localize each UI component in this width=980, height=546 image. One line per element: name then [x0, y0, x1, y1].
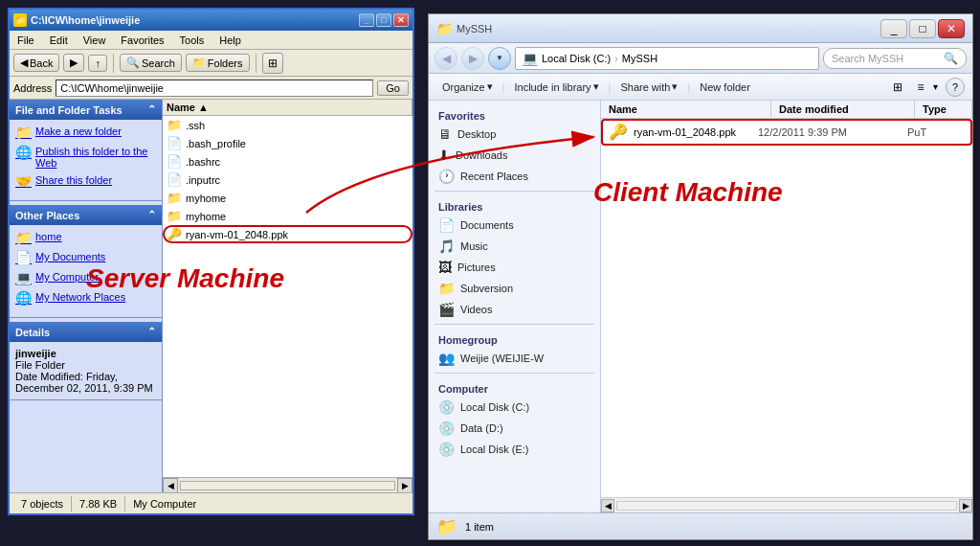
- data-d-icon: 💿: [438, 421, 455, 436]
- address-breadcrumb[interactable]: 💻 Local Disk (C:) › MySSH: [515, 47, 819, 70]
- list-item[interactable]: 📄 .bash_profile: [163, 134, 412, 152]
- folders-button[interactable]: 📁 Folders: [186, 54, 250, 72]
- sidebar-divider2: [434, 324, 594, 325]
- sidebar-item-recent[interactable]: 🕐 Recent Places: [429, 166, 600, 187]
- nav-back-button[interactable]: ◀: [434, 47, 457, 70]
- type-col-header[interactable]: Type: [915, 101, 972, 118]
- address-input[interactable]: [56, 80, 373, 97]
- subversion-icon: 📁: [438, 281, 455, 296]
- folder-icon: 📁: [167, 118, 182, 132]
- horizontal-scrollbar[interactable]: ◀ ▶: [163, 477, 412, 492]
- ppk-file-item-right[interactable]: 🔑 ryan-vm-01_2048.ppk 12/2/2011 9:39 PM …: [601, 119, 972, 146]
- list-item[interactable]: 📄 .inputrc: [163, 171, 412, 189]
- share-link[interactable]: 🤝 Share this folder: [15, 174, 156, 189]
- my-documents-link[interactable]: 📄 My Documents: [15, 251, 156, 265]
- home-link[interactable]: 📁 home: [15, 231, 156, 245]
- downloads-icon: ⬇: [438, 148, 450, 163]
- sidebar-item-desktop[interactable]: 🖥 Desktop: [429, 124, 600, 145]
- view-list-button[interactable]: ≡: [910, 78, 931, 97]
- publish-link[interactable]: 🌐 Publish this folder to the Web: [15, 146, 156, 169]
- search-icon[interactable]: 🔍: [944, 52, 958, 65]
- file-folder-tasks-section: File and Folder Tasks ⌃ 📁 Make a new fol…: [10, 100, 162, 201]
- list-item[interactable]: 📁 myhome: [163, 207, 412, 225]
- sidebar-item-music[interactable]: 🎵 Music: [429, 236, 600, 257]
- forward-button[interactable]: ▶: [63, 54, 84, 72]
- menu-view[interactable]: View: [79, 34, 110, 47]
- breadcrumb-part1[interactable]: Local Disk (C:): [542, 53, 611, 64]
- win7-close[interactable]: ✕: [938, 19, 965, 38]
- ppk-file-item[interactable]: 🔑 ryan-vm-01_2048.ppk: [163, 225, 412, 243]
- home-icon: 📁: [15, 230, 32, 245]
- include-library-button[interactable]: Include in library ▾: [509, 79, 605, 95]
- back-button[interactable]: ◀ Back: [13, 54, 59, 72]
- sidebar-item-documents[interactable]: 📄 Documents: [429, 215, 600, 236]
- nav-recent-button[interactable]: ▼: [488, 47, 511, 70]
- win7-maximize[interactable]: □: [909, 19, 936, 38]
- other-places-section: Other Places ⌃ 📁 home 📄 My Documents 💻 M…: [10, 205, 162, 318]
- menu-help[interactable]: Help: [215, 34, 245, 47]
- file-list-scroll[interactable]: 📁 .ssh 📄 .bash_profile 📄 .bashrc 📄 .inpu…: [163, 116, 412, 477]
- list-item[interactable]: 📄 .bashrc: [163, 152, 412, 171]
- sidebar-item-local-c[interactable]: 💿 Local Disk (C:): [429, 397, 600, 418]
- maximize-button[interactable]: □: [376, 13, 391, 27]
- date-col-header[interactable]: Date modified: [771, 101, 915, 118]
- close-button[interactable]: ✕: [393, 13, 409, 27]
- nav-forward-button[interactable]: ▶: [461, 47, 484, 70]
- scroll-track[interactable]: [180, 481, 395, 490]
- win7-hscroll[interactable]: ◀ ▶: [601, 497, 972, 512]
- homegroup-label: Homegroup: [429, 329, 600, 348]
- list-item[interactable]: 📁 myhome: [163, 189, 412, 207]
- breadcrumb-folder-icon: 💻: [522, 51, 538, 66]
- name-col-header[interactable]: Name: [601, 101, 771, 118]
- hscroll-left[interactable]: ◀: [601, 499, 614, 512]
- menu-tools[interactable]: Tools: [176, 34, 209, 47]
- scroll-left[interactable]: ◀: [163, 478, 178, 493]
- folder-icon: 📁: [167, 209, 182, 223]
- breadcrumb-part2[interactable]: MySSH: [622, 53, 657, 64]
- go-button[interactable]: Go: [377, 80, 409, 96]
- share-with-button[interactable]: Share with ▾: [614, 79, 683, 95]
- hscroll-track[interactable]: [616, 501, 957, 511]
- list-item[interactable]: 📁 .ssh: [163, 116, 412, 134]
- view-icon-button[interactable]: ⊞: [887, 78, 908, 97]
- minimize-button[interactable]: _: [359, 13, 374, 27]
- menu-favorites[interactable]: Favorites: [117, 34, 167, 47]
- my-network-link[interactable]: 🌐 My Network Places: [15, 291, 156, 306]
- make-folder-link[interactable]: 📁 Make a new folder: [15, 125, 156, 140]
- view-arrow-icon[interactable]: ▾: [933, 81, 938, 92]
- sidebar-item-local-e[interactable]: 💿 Local Disk (E:): [429, 439, 600, 460]
- sidebar-item-data-d[interactable]: 💿 Data (D:): [429, 418, 600, 439]
- ppk-file-date: 12/2/2011 9:39 PM: [758, 126, 902, 138]
- sidebar-item-downloads[interactable]: ⬇ Downloads: [429, 145, 600, 166]
- network-icon: 🌐: [15, 290, 32, 306]
- search-button[interactable]: 🔍 Search: [120, 54, 182, 72]
- menu-edit[interactable]: Edit: [46, 34, 72, 47]
- scroll-right[interactable]: ▶: [397, 478, 412, 493]
- search-box[interactable]: Search MySSH 🔍: [823, 48, 967, 69]
- view-button[interactable]: ⊞: [262, 53, 283, 74]
- name-column-header[interactable]: Name ▲: [163, 100, 412, 115]
- toolbar: ◀ Back ▶ ↑ 🔍 Search 📁 Folders ⊞: [10, 50, 412, 77]
- share-icon: 🤝: [15, 173, 32, 189]
- file-folder-tasks-header[interactable]: File and Folder Tasks ⌃: [10, 100, 162, 120]
- menu-file[interactable]: File: [13, 34, 38, 47]
- new-folder-button[interactable]: New folder: [694, 80, 756, 95]
- up-button[interactable]: ↑: [88, 55, 107, 72]
- win7-minimize[interactable]: _: [880, 19, 907, 38]
- other-places-header[interactable]: Other Places ⌃: [10, 205, 162, 225]
- sidebar-item-videos[interactable]: 🎬 Videos: [429, 299, 600, 320]
- right-titlebar: 📁 MySSH _ □ ✕: [429, 14, 972, 43]
- file-list-header: Name ▲: [163, 100, 412, 116]
- organize-button[interactable]: Organize ▾: [436, 79, 499, 95]
- sidebar-item-homegroup[interactable]: 👥 Weijie (WEIJIE-W: [429, 348, 600, 369]
- my-computer-link[interactable]: 💻 My Computer: [15, 271, 156, 285]
- hscroll-right[interactable]: ▶: [959, 499, 972, 512]
- win7-file-list[interactable]: 🔑 ryan-vm-01_2048.ppk 12/2/2011 9:39 PM …: [601, 119, 972, 497]
- sidebar-item-subversion[interactable]: 📁 Subversion: [429, 278, 600, 299]
- sidebar-item-pictures[interactable]: 🖼 Pictures: [429, 257, 600, 278]
- win7-files-area: Name Date modified Type 🔑 ryan-vm-01_204…: [601, 101, 972, 512]
- help-button[interactable]: ?: [946, 78, 965, 97]
- details-header[interactable]: Details ⌃: [10, 322, 162, 342]
- file-icon: 📄: [167, 172, 182, 187]
- local-disk-c-icon: 💿: [438, 399, 455, 415]
